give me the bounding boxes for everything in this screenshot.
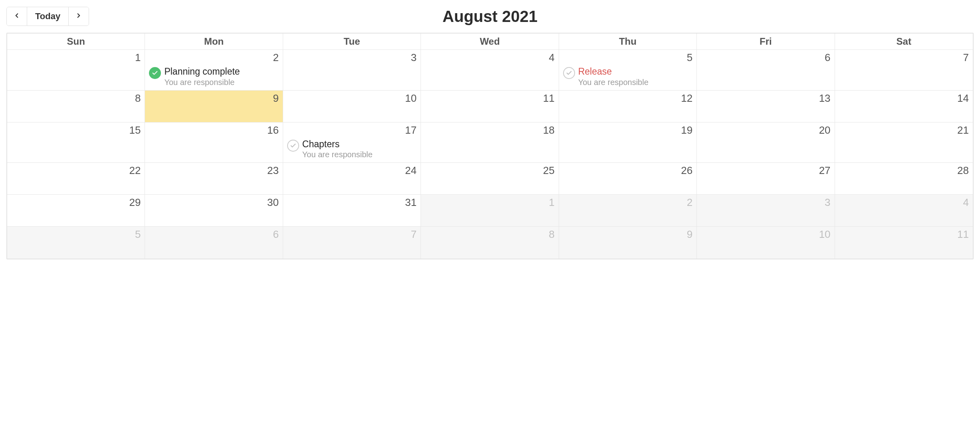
calendar-day[interactable]: 8 <box>421 227 559 259</box>
calendar-day[interactable]: 25 <box>421 163 559 195</box>
calendar-event[interactable]: Planning completeYou are responsible <box>149 66 278 87</box>
day-number: 4 <box>839 196 969 209</box>
calendar-day[interactable]: 13 <box>697 91 835 123</box>
calendar-day[interactable]: 20 <box>697 123 835 163</box>
day-number: 28 <box>839 164 969 177</box>
event-subtitle: You are responsible <box>578 78 649 87</box>
calendar-day[interactable]: 6 <box>697 50 835 91</box>
calendar-day[interactable]: 21 <box>835 123 973 163</box>
day-number: 30 <box>149 196 278 209</box>
day-number: 1 <box>11 51 141 64</box>
calendar-topbar: Today August 2021 <box>6 6 974 26</box>
event-title: Chapters <box>302 139 373 149</box>
calendar-week: 567891011 <box>7 227 973 259</box>
next-month-button[interactable] <box>69 7 89 26</box>
day-number: 31 <box>287 196 417 209</box>
day-number: 7 <box>839 51 969 64</box>
calendar-day[interactable]: 29 <box>7 195 145 227</box>
calendar-week: 2930311234 <box>7 195 973 227</box>
calendar-day[interactable]: 10 <box>697 227 835 259</box>
calendar-day[interactable]: 3 <box>283 50 421 91</box>
calendar-day[interactable]: 10 <box>283 91 421 123</box>
calendar-event[interactable]: ReleaseYou are responsible <box>563 66 692 87</box>
day-number: 23 <box>149 164 278 177</box>
calendar-day[interactable]: 23 <box>145 163 283 195</box>
calendar-day[interactable]: 8 <box>7 91 145 123</box>
day-number: 26 <box>563 164 692 177</box>
day-number: 24 <box>287 164 417 177</box>
calendar-week: 891011121314 <box>7 91 973 123</box>
weekday-header: Thu <box>559 34 697 50</box>
day-number: 22 <box>11 164 141 177</box>
calendar-day[interactable]: 2 <box>559 195 697 227</box>
calendar-day[interactable]: 7 <box>835 50 973 91</box>
calendar-day[interactable]: 17ChaptersYou are responsible <box>283 123 421 163</box>
calendar-day[interactable]: 5 <box>7 227 145 259</box>
day-number: 8 <box>11 92 141 105</box>
day-number: 11 <box>839 228 969 241</box>
day-number: 17 <box>287 124 417 136</box>
day-number: 5 <box>563 51 692 64</box>
calendar-day[interactable]: 4 <box>421 50 559 91</box>
calendar-weeks: 12Planning completeYou are responsible34… <box>7 50 973 259</box>
calendar-week: 151617ChaptersYou are responsible1819202… <box>7 123 973 163</box>
calendar-day[interactable]: 1 <box>421 195 559 227</box>
calendar-day[interactable]: 31 <box>283 195 421 227</box>
day-number: 4 <box>425 51 554 64</box>
check-done-icon[interactable] <box>149 67 161 79</box>
calendar-event[interactable]: ChaptersYou are responsible <box>287 139 417 159</box>
calendar-day[interactable]: 6 <box>145 227 283 259</box>
calendar-day[interactable]: 9 <box>559 227 697 259</box>
calendar-day[interactable]: 28 <box>835 163 973 195</box>
calendar-day[interactable]: 16 <box>145 123 283 163</box>
day-number: 29 <box>11 196 141 209</box>
calendar-day[interactable]: 7 <box>283 227 421 259</box>
day-number: 25 <box>425 164 554 177</box>
day-number: 16 <box>149 124 278 136</box>
calendar-day[interactable]: 11 <box>421 91 559 123</box>
calendar-day[interactable]: 12 <box>559 91 697 123</box>
calendar-day[interactable]: 2Planning completeYou are responsible <box>145 50 283 91</box>
calendar-day[interactable]: 3 <box>697 195 835 227</box>
nav-button-group: Today <box>6 7 89 26</box>
day-number: 20 <box>701 124 830 136</box>
today-button[interactable]: Today <box>27 7 69 26</box>
calendar-day[interactable]: 30 <box>145 195 283 227</box>
calendar-day[interactable]: 18 <box>421 123 559 163</box>
calendar-day[interactable]: 15 <box>7 123 145 163</box>
calendar-day[interactable]: 14 <box>835 91 973 123</box>
event-title: Planning complete <box>164 66 240 77</box>
check-open-icon[interactable] <box>563 67 575 79</box>
day-number: 12 <box>563 92 692 105</box>
calendar-day[interactable]: 9 <box>145 91 283 123</box>
weekday-header: Wed <box>421 34 559 50</box>
calendar-day[interactable]: 11 <box>835 227 973 259</box>
calendar-day[interactable]: 4 <box>835 195 973 227</box>
day-number: 10 <box>701 228 830 241</box>
calendar-title: August 2021 <box>6 8 974 26</box>
calendar-day[interactable]: 24 <box>283 163 421 195</box>
day-number: 27 <box>701 164 830 177</box>
day-number: 11 <box>425 92 554 105</box>
prev-month-button[interactable] <box>7 7 27 26</box>
event-body: ReleaseYou are responsible <box>578 66 649 87</box>
calendar-week: 22232425262728 <box>7 163 973 195</box>
day-number: 21 <box>839 124 969 136</box>
day-number: 9 <box>563 228 692 241</box>
calendar-day[interactable]: 1 <box>7 50 145 91</box>
weekday-header: Sun <box>7 34 145 50</box>
day-number: 1 <box>425 196 554 209</box>
day-number: 2 <box>563 196 692 209</box>
calendar-day[interactable]: 19 <box>559 123 697 163</box>
calendar-week: 12Planning completeYou are responsible34… <box>7 50 973 91</box>
calendar-day[interactable]: 5ReleaseYou are responsible <box>559 50 697 91</box>
day-number: 18 <box>425 124 554 136</box>
chevron-right-icon <box>75 11 82 22</box>
day-number: 3 <box>701 196 830 209</box>
calendar-day[interactable]: 26 <box>559 163 697 195</box>
weekday-header: Tue <box>283 34 421 50</box>
calendar-day[interactable]: 22 <box>7 163 145 195</box>
check-open-icon[interactable] <box>287 140 299 152</box>
day-number: 2 <box>149 51 278 64</box>
calendar-day[interactable]: 27 <box>697 163 835 195</box>
